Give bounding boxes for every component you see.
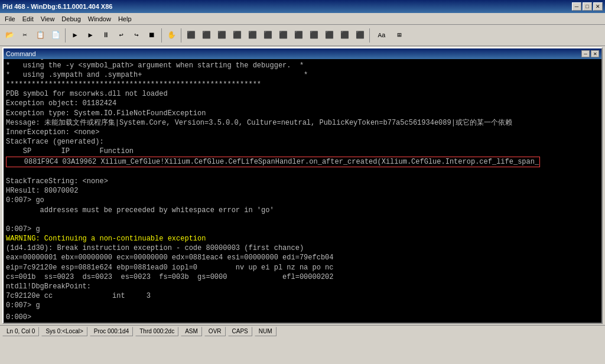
status-thrd: Thrd 000:2dc [135, 327, 178, 336]
tb-c6[interactable]: ⬛ [261, 28, 275, 43]
title-bar: Pid 468 - WinDbg:6.11.0001.404 X86 ─ □ ✕ [0, 0, 605, 13]
input-line: 0:000> [4, 312, 601, 323]
menu-edit[interactable]: Edit [19, 14, 37, 24]
tb-b6[interactable]: ⏹ [145, 28, 159, 43]
tb-sep1 [65, 28, 66, 43]
tb-sep3 [181, 28, 181, 43]
status-num: NUM [255, 327, 277, 336]
tb-copy[interactable]: 📋 [33, 28, 47, 43]
command-title-bar: Command ─ ✕ [4, 48, 601, 59]
tb-c10[interactable]: ⬛ [322, 28, 336, 43]
minimize-button[interactable]: ─ [572, 2, 581, 11]
tb-c7[interactable]: ⬛ [276, 28, 290, 43]
menu-view[interactable]: View [37, 14, 58, 24]
menu-bar: File Edit View Debug Window Help [0, 13, 605, 25]
tb-open[interactable]: 📂 [2, 28, 17, 43]
tb-b3[interactable]: ⏸ [99, 28, 113, 43]
tb-font[interactable]: Aa [372, 28, 391, 43]
status-sys: Sys 0:<Local> [41, 327, 87, 336]
command-input[interactable] [31, 313, 599, 321]
tb-c5[interactable]: ⬛ [245, 28, 259, 43]
status-caps: CAPS [228, 327, 252, 336]
title-bar-controls: ─ □ ✕ [572, 2, 603, 11]
menu-window[interactable]: Window [84, 14, 115, 24]
tb-b5[interactable]: ↪ [129, 28, 144, 43]
tb-sep2 [161, 28, 162, 43]
menu-help[interactable]: Help [115, 14, 135, 24]
tb-c9[interactable]: ⬛ [307, 28, 321, 43]
command-win-controls: ─ ✕ [581, 50, 599, 57]
command-output[interactable]: 0:007> .loadby sos.dll Syntax error in e… [4, 59, 601, 312]
status-ln-col: Ln 0, Col 0 [2, 327, 39, 336]
tb-c12[interactable]: ⬛ [353, 28, 367, 43]
tb-extra[interactable]: ⊞ [392, 28, 406, 43]
tb-c2[interactable]: ⬛ [199, 28, 213, 43]
menu-file[interactable]: File [1, 14, 19, 24]
tb-c1[interactable]: ⬛ [184, 28, 198, 43]
command-close[interactable]: ✕ [591, 50, 599, 57]
tb-paste[interactable]: 📄 [48, 28, 63, 43]
maximize-button[interactable]: □ [583, 2, 592, 11]
tb-c4[interactable]: ⬛ [230, 28, 244, 43]
command-title: Command [6, 50, 581, 57]
toolbar: 📂 ✂ 📋 📄 ▶ ▶ ⏸ ↩ ↪ ⏹ ✋ ⬛ ⬛ ⬛ ⬛ ⬛ ⬛ ⬛ ⬛ ⬛ … [0, 25, 605, 46]
tb-sep4 [369, 28, 370, 43]
tb-c3[interactable]: ⬛ [214, 28, 229, 43]
command-minimize[interactable]: ─ [581, 50, 590, 57]
tb-hand[interactable]: ✋ [164, 28, 178, 43]
tb-b4[interactable]: ↩ [114, 28, 128, 43]
tb-b1[interactable]: ▶ [68, 28, 82, 43]
status-ovr: OVR [204, 327, 226, 336]
close-button[interactable]: ✕ [593, 2, 603, 11]
status-proc: Proc 000:1d4 [90, 327, 134, 336]
input-prompt: 0:000> [6, 313, 31, 321]
command-window: Command ─ ✕ 0:007> .loadby sos.dll Synta… [2, 47, 603, 324]
status-asm: ASM [181, 327, 202, 336]
tb-b2[interactable]: ▶ [83, 28, 97, 43]
tb-cut[interactable]: ✂ [18, 28, 32, 43]
tb-c8[interactable]: ⬛ [291, 28, 305, 43]
status-bar: Ln 0, Col 0 Sys 0:<Local> Proc 000:1d4 T… [0, 325, 605, 337]
tb-c11[interactable]: ⬛ [337, 28, 352, 43]
title-bar-text: Pid 468 - WinDbg:6.11.0001.404 X86 [2, 3, 572, 10]
menu-debug[interactable]: Debug [58, 14, 84, 24]
